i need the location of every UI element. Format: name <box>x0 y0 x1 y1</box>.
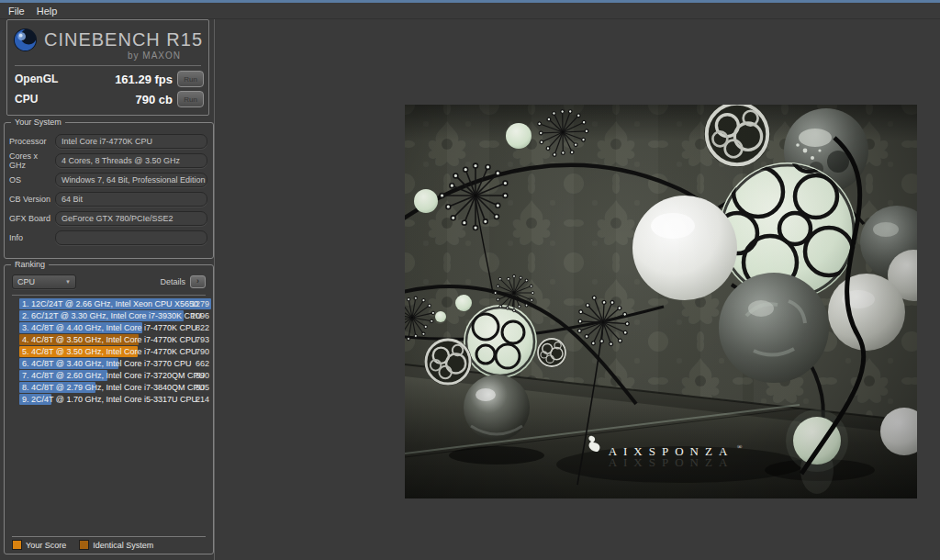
legend-swatch-identical-system <box>79 540 89 550</box>
ranking-row[interactable]: 5. 4C/8T @ 3.50 GHz, Intel Core i7-4770K… <box>19 346 211 357</box>
separator <box>12 295 206 296</box>
cpu-row: CPU 790 cb Run <box>7 89 208 109</box>
legend-swatch-your-score <box>12 540 22 550</box>
system-field-os[interactable]: Windows 7, 64 Bit, Professional Edition … <box>55 173 207 187</box>
ranking-list: 1. 12C/24T @ 2.66 GHz, Intel Xeon CPU X5… <box>19 298 211 405</box>
opengl-label: OpenGL <box>15 73 58 85</box>
watermark-reflection: AIXSPONZA <box>609 455 734 469</box>
logo-score-box: CINEBENCH R15 by MAXON OpenGL 161.29 fps… <box>6 19 209 116</box>
system-row-os: OSWindows 7, 64 Bit, Professional Editio… <box>9 173 207 187</box>
system-label-processor: Processor <box>9 137 55 146</box>
app-logo: CINEBENCH R15 <box>7 28 208 52</box>
ranking-row[interactable]: 6. 4C/8T @ 3.40 GHz, Intel Core i7-3770 … <box>19 358 211 369</box>
ranking-row-score: 662 <box>196 358 209 369</box>
your-system-title: Your System <box>11 118 65 127</box>
opengl-score: 161.29 fps <box>115 73 173 86</box>
render-vignette <box>405 105 917 498</box>
separator <box>15 65 201 66</box>
legend-item-identical-system: Identical System <box>79 540 153 550</box>
ranking-controls: CPU ▼ Details › <box>12 274 206 289</box>
cpu-label: CPU <box>15 93 38 106</box>
chevron-down-icon: ▼ <box>65 279 71 285</box>
ranking-row-score: 214 <box>196 394 209 405</box>
ranking-row[interactable]: 4. 4C/8T @ 3.50 GHz, Intel Core i7-4770K… <box>19 334 211 345</box>
system-field-cb-version[interactable]: 64 Bit <box>55 192 207 207</box>
system-field-info[interactable] <box>55 230 207 245</box>
ranking-row-score: 822 <box>196 322 209 333</box>
cinebench-logo-icon <box>13 28 38 52</box>
ranking-row-label: 2. 6C/12T @ 3.30 GHz, Intel Core i7-3930… <box>22 310 202 321</box>
system-label-os: OS <box>9 175 55 185</box>
menu-item-file[interactable]: File <box>8 6 25 17</box>
ranking-filter-dropdown[interactable]: CPU ▼ <box>12 274 76 289</box>
system-field-gfx-board[interactable]: GeForce GTX 780/PCIe/SSE2 <box>55 211 207 226</box>
opengl-row: OpenGL 161.29 fps Run <box>7 69 208 89</box>
ranking-group: Ranking CPU ▼ Details › 1. 12C/24T @ 2.6… <box>4 264 214 554</box>
system-row-processor: ProcessorIntel Core i7-4770K CPU <box>9 134 207 149</box>
details-label: Details <box>160 277 185 286</box>
ranking-row-score: 1279 <box>191 298 209 309</box>
your-system-group: Your System ProcessorIntel Core i7-4770K… <box>4 122 214 259</box>
cpu-score: 790 cb <box>136 93 173 106</box>
ranking-row-score: 505 <box>196 382 209 393</box>
ranking-row[interactable]: 1. 12C/24T @ 2.66 GHz, Intel Xeon CPU X5… <box>19 298 211 309</box>
ranking-row[interactable]: 3. 4C/8T @ 4.40 GHz, Intel Core i7-4770K… <box>19 322 211 333</box>
system-field-cores-x-ghz[interactable]: 4 Cores, 8 Threads @ 3.50 GHz <box>55 153 207 168</box>
ranking-row-score: 790 <box>196 346 209 357</box>
ranking-filter-value: CPU <box>17 277 35 286</box>
render-image: AIXSPONZA ® AIXSPONZA <box>405 105 917 498</box>
opengl-run-button[interactable]: Run <box>177 71 204 87</box>
legend-label-your-score: Your Score <box>26 541 66 550</box>
system-field-processor[interactable]: Intel Core i7-4770K CPU <box>55 134 207 149</box>
ranking-row[interactable]: 9. 2C/4T @ 1.70 GHz, Intel Core i5-3317U… <box>19 394 211 405</box>
cpu-run-button[interactable]: Run <box>177 91 204 107</box>
app-title: CINEBENCH R15 <box>44 29 203 50</box>
system-label-info: Info <box>9 233 55 242</box>
menu-item-help[interactable]: Help <box>37 6 58 17</box>
system-row-cores-x-ghz: Cores x GHz4 Cores, 8 Threads @ 3.50 GHz <box>9 153 207 168</box>
ranking-row[interactable]: 2. 6C/12T @ 3.30 GHz, Intel Core i7-3930… <box>19 310 211 321</box>
system-label-gfx-board: GFX Board <box>9 214 55 223</box>
ranking-row-label: 4. 4C/8T @ 3.50 GHz, Intel Core i7-4770K… <box>22 334 197 345</box>
details-button[interactable]: › <box>190 275 206 288</box>
separator <box>12 536 206 537</box>
system-row-gfx-board: GFX BoardGeForce GTX 780/PCIe/SSE2 <box>9 211 207 226</box>
ranking-row-label: 5. 4C/8T @ 3.50 GHz, Intel Core i7-4770K… <box>22 346 197 357</box>
ranking-row-label: 9. 2C/4T @ 1.70 GHz, Intel Core i5-3317U… <box>22 394 197 405</box>
ranking-row-label: 8. 4C/8T @ 2.79 GHz, Intel Core i7-3840Q… <box>22 382 205 393</box>
system-label-cores-x-ghz: Cores x GHz <box>9 151 55 170</box>
ranking-row-score: 793 <box>196 334 209 345</box>
legend-label-identical-system: Identical System <box>93 541 153 550</box>
system-label-cb-version: CB Version <box>9 195 55 204</box>
ranking-row-score: 590 <box>196 370 209 381</box>
ranking-row-label: 7. 4C/8T @ 2.60 GHz, Intel Core i7-3720Q… <box>22 370 205 381</box>
ranking-row[interactable]: 7. 4C/8T @ 2.60 GHz, Intel Core i7-3720Q… <box>19 370 211 381</box>
ranking-row-label: 6. 4C/8T @ 3.40 GHz, Intel Core i7-3770 … <box>22 358 192 369</box>
legend-item-your-score: Your Score <box>12 540 66 550</box>
ranking-row[interactable]: 8. 4C/8T @ 2.79 GHz, Intel Core i7-3840Q… <box>19 382 211 393</box>
ranking-legend: Your ScoreIdentical System <box>12 540 153 550</box>
ranking-title: Ranking <box>11 260 49 269</box>
ranking-row-score: 1096 <box>191 310 209 321</box>
system-row-cb-version: CB Version64 Bit <box>9 192 207 207</box>
registered-mark: ® <box>737 443 743 451</box>
menu-bar: FileHelp <box>0 3 940 19</box>
ranking-row-label: 1. 12C/24T @ 2.66 GHz, Intel Xeon CPU X5… <box>22 298 198 309</box>
ranking-row-label: 3. 4C/8T @ 4.40 GHz, Intel Core i7-4770K… <box>22 322 197 333</box>
panel-divider <box>214 19 215 560</box>
system-row-info: Info <box>9 230 207 245</box>
system-fields: ProcessorIntel Core i7-4770K CPUCores x … <box>5 123 213 245</box>
